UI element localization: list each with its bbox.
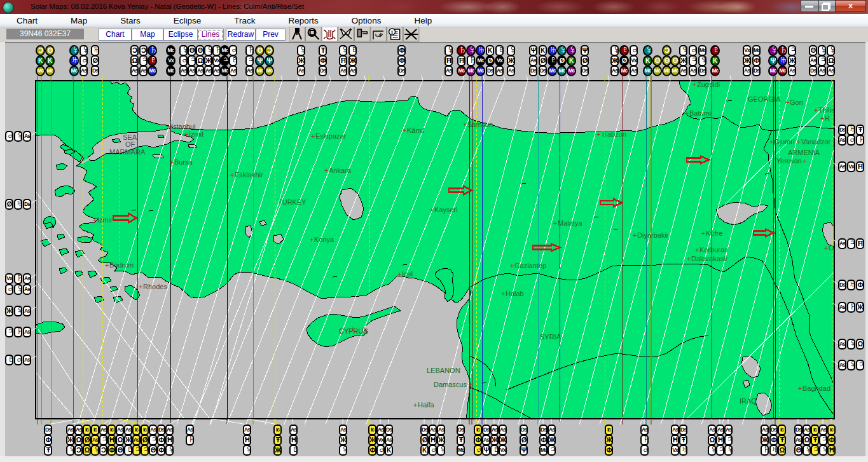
svg-text:+: + [105, 261, 109, 269]
svg-text:+: + [510, 262, 514, 269]
svg-text:+: + [769, 138, 773, 146]
svg-text:+: + [824, 244, 828, 252]
svg-text:Diyarbakir: Diyarbakir [637, 231, 669, 239]
svg-text:+: + [687, 255, 691, 262]
svg-text:+: + [553, 219, 557, 227]
svg-text:Zugdidi: Zugdidi [697, 81, 720, 88]
svg-text:ARMENIA: ARMENIA [788, 149, 820, 156]
svg-text:Istanbul: Istanbul [171, 123, 196, 130]
svg-text:+: + [167, 123, 170, 130]
svg-text:Haifa: Haifa [418, 401, 435, 409]
svg-text:Bursa: Bursa [174, 158, 193, 166]
svg-text:Bodrum: Bodrum [109, 261, 134, 269]
svg-text:Izmir: Izmir [97, 216, 113, 224]
svg-text:+: + [685, 109, 689, 117]
svg-text:Konya: Konya [314, 236, 334, 243]
svg-text:+: + [785, 99, 789, 106]
svg-text:Baghdad: Baghdad [803, 384, 830, 392]
svg-text:O: O [829, 244, 834, 252]
svg-text:+: + [403, 126, 406, 134]
svg-text:Kâmil: Kâmil [407, 126, 425, 134]
svg-text:+: + [797, 138, 801, 146]
svg-text:Samsun: Samsun [467, 121, 493, 128]
svg-text:+: + [596, 130, 600, 138]
svg-text:+: + [310, 236, 313, 243]
svg-text:Tbilis: Tbilis [818, 106, 835, 114]
svg-text:Eskisehir: Eskisehir [235, 171, 263, 179]
svg-text:Içel: Içel [402, 270, 413, 278]
svg-text:+: + [501, 290, 505, 297]
svg-text:Eskipazar: Eskipazar [315, 132, 347, 140]
svg-text:+: + [139, 283, 142, 290]
svg-text:+: + [695, 246, 699, 254]
svg-text:+: + [170, 158, 174, 166]
svg-text:R: R [825, 114, 830, 122]
svg-text:+: + [351, 325, 355, 332]
svg-text:Dalavakasir: Dalavakasir [691, 255, 728, 262]
svg-text:IRAQ: IRAQ [740, 397, 757, 405]
svg-text:Damascus: Damascus [434, 381, 467, 388]
svg-text:Gaziantep: Gaziantep [514, 262, 546, 269]
svg-text:Batumi: Batumi [689, 109, 711, 117]
svg-text:SYRIA: SYRIA [540, 333, 561, 341]
svg-text:+: + [397, 270, 401, 278]
svg-text:Rhodes: Rhodes [143, 283, 167, 290]
svg-text:Gori: Gori [790, 99, 803, 106]
svg-text:+: + [468, 381, 472, 388]
svg-text:+: + [701, 229, 705, 237]
svg-text:MARMARA: MARMARA [109, 148, 146, 156]
svg-text:+: + [230, 171, 234, 179]
svg-text:Trabzon: Trabzon [601, 130, 626, 138]
svg-text:OF: OF [125, 140, 135, 148]
svg-text:Gjumri: Gjumri [774, 138, 794, 146]
svg-text:GEORGIA: GEORGIA [748, 95, 781, 103]
svg-text:+: + [184, 130, 188, 138]
svg-text:LEBANON: LEBANON [427, 367, 460, 374]
svg-text:Halab: Halab [506, 290, 524, 297]
svg-text:Yerevan: Yerevan [776, 157, 802, 165]
svg-text:+: + [413, 401, 417, 409]
svg-text:+: + [803, 157, 806, 165]
svg-text:+: + [93, 216, 97, 224]
svg-text:+: + [633, 231, 637, 239]
svg-text:Ankara: Ankara [329, 166, 352, 174]
svg-text:Izmit: Izmit [189, 130, 203, 138]
svg-text:+: + [798, 384, 802, 392]
svg-text:+: + [820, 114, 824, 122]
svg-text:Kayseri: Kayseri [434, 206, 458, 214]
svg-text:+: + [430, 206, 434, 214]
svg-text:Kerburan: Kerburan [699, 246, 728, 254]
svg-text:Küfre: Küfre [706, 229, 722, 237]
svg-text:+: + [324, 166, 328, 174]
svg-text:+: + [692, 81, 696, 88]
svg-text:+: + [311, 132, 315, 140]
svg-text:TURKEY: TURKEY [278, 198, 307, 206]
svg-text:+: + [814, 106, 818, 114]
svg-text:Vanadzor: Vanadzor [801, 138, 831, 146]
svg-text:+: + [463, 121, 467, 128]
svg-text:Malatya: Malatya [558, 219, 582, 227]
